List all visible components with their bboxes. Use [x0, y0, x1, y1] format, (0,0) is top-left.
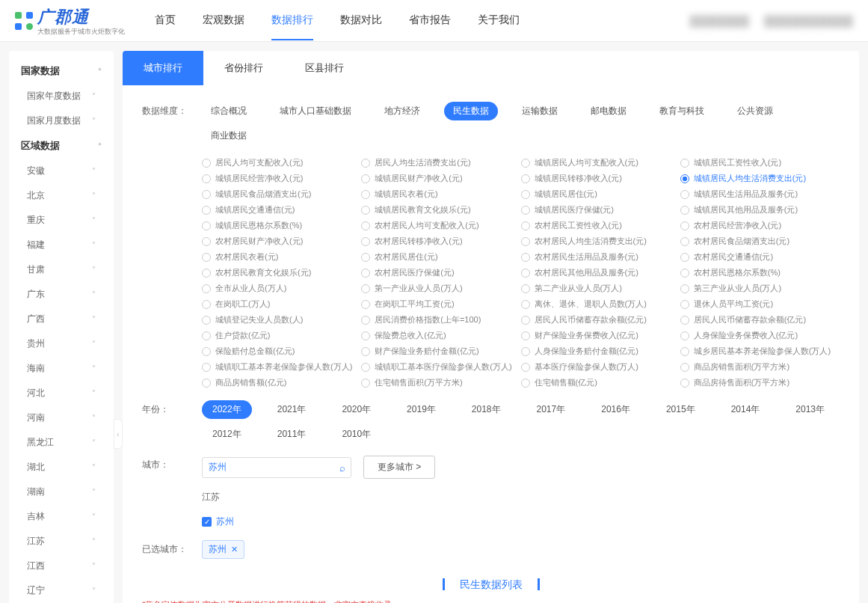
metric-radio[interactable]: 城镇居民转移净收入(元): [521, 173, 680, 184]
year-pill[interactable]: 2011年: [267, 425, 317, 444]
metric-radio[interactable]: 城镇登记失业人员数(人): [202, 314, 361, 325]
sidebar-item[interactable]: 国家年度数据˅: [9, 84, 114, 108]
metric-radio[interactable]: 农村居民医疗保健(元): [361, 267, 520, 278]
sidebar-item[interactable]: 黑龙江˅: [9, 430, 114, 455]
year-pill[interactable]: 2022年: [202, 400, 252, 419]
metric-radio[interactable]: 城镇居民医疗保健(元): [521, 204, 680, 215]
dimension-tab[interactable]: 商业数据: [202, 126, 256, 145]
metric-radio[interactable]: 城镇职工基本养老保险参保人数(万人): [202, 361, 361, 373]
metric-radio[interactable]: 农村居民人均可支配收入(元): [361, 220, 520, 231]
sidebar-item[interactable]: 广西˅: [9, 307, 114, 331]
dimension-tab[interactable]: 公共资源: [728, 102, 782, 120]
metric-radio[interactable]: 城镇居民财产净收入(元): [361, 173, 520, 184]
nav-item[interactable]: 数据排行: [271, 1, 313, 40]
metric-radio[interactable]: 城镇居民其他用品及服务(元): [680, 204, 840, 215]
metric-radio[interactable]: 农村居民经营净收入(元): [680, 220, 840, 231]
metric-radio[interactable]: 城镇居民食品烟酒支出(元): [202, 189, 361, 200]
metric-radio[interactable]: 城镇居民生活用品及服务(元): [680, 189, 840, 200]
metric-radio[interactable]: 农村居民财产净收入(元): [202, 236, 361, 247]
metric-radio[interactable]: 农村居民居住(元): [361, 251, 520, 263]
nav-item[interactable]: 数据对比: [340, 1, 382, 40]
year-pill[interactable]: 2015年: [656, 400, 706, 419]
metric-radio[interactable]: 农村居民交通通信(元): [680, 251, 840, 263]
metric-radio[interactable]: 第一产业从业人员(万人): [361, 283, 520, 294]
metric-radio[interactable]: 城镇居民人均可支配收入(元): [521, 157, 680, 168]
metric-radio[interactable]: 财产保险业务赔付金额(亿元): [361, 346, 520, 357]
year-pill[interactable]: 2012年: [202, 425, 252, 444]
metric-radio[interactable]: 城镇居民交通通信(元): [202, 204, 361, 215]
year-pill[interactable]: 2010年: [331, 425, 381, 444]
sidebar-item[interactable]: 河南˅: [9, 405, 114, 430]
nav-item[interactable]: 首页: [155, 1, 176, 40]
year-pill[interactable]: 2018年: [461, 400, 511, 419]
metric-radio[interactable]: 财产保险业务保费收入(亿元): [521, 330, 680, 341]
year-pill[interactable]: 2013年: [785, 400, 835, 419]
sidebar-item[interactable]: 辽宁˅: [9, 578, 114, 603]
sidebar-item[interactable]: 吉林˅: [9, 504, 114, 529]
metric-radio[interactable]: 城镇居民工资性收入(元): [680, 157, 840, 168]
sidebar-section[interactable]: 区域数据˄: [9, 133, 114, 159]
more-cities-button[interactable]: 更多城市 >: [363, 456, 435, 479]
metric-radio[interactable]: 商品房销售额(亿元): [202, 377, 361, 388]
sidebar-item[interactable]: 国家月度数据˅: [9, 108, 114, 133]
metric-radio[interactable]: 在岗职工(万人): [202, 299, 361, 310]
metric-radio[interactable]: 保险费总收入(亿元): [361, 330, 520, 341]
sidebar-item[interactable]: 安徽˅: [9, 159, 114, 183]
sidebar-item[interactable]: 甘肃˅: [9, 257, 114, 282]
logo[interactable]: 广郡通 大数据服务于城市火炬数字化: [15, 6, 125, 35]
metric-radio[interactable]: 城镇居民衣着(元): [361, 189, 520, 200]
metric-radio[interactable]: 居民人均生活消费支出(元): [361, 157, 520, 168]
metric-radio[interactable]: 商品房待售面积(万平方米): [680, 377, 840, 388]
year-pill[interactable]: 2017年: [526, 400, 576, 419]
sidebar-item[interactable]: 江西˅: [9, 554, 114, 578]
search-icon[interactable]: ⌕: [339, 462, 345, 473]
dimension-tab[interactable]: 民生数据: [444, 102, 498, 120]
year-pill[interactable]: 2020年: [331, 400, 381, 419]
metric-radio[interactable]: 城乡居民基本养老保险参保人数(万人): [680, 346, 840, 357]
metric-radio[interactable]: 基本医疗保险参保人数(万人): [521, 361, 680, 373]
nav-item[interactable]: 省市报告: [409, 1, 451, 40]
rank-tab[interactable]: 区县排行: [284, 51, 365, 85]
dimension-tab[interactable]: 综合概况: [202, 102, 256, 120]
metric-radio[interactable]: 在岗职工平均工资(元): [361, 299, 520, 310]
year-pill[interactable]: 2021年: [267, 400, 317, 419]
sidebar-item[interactable]: 江苏˅: [9, 529, 114, 554]
year-pill[interactable]: 2019年: [396, 400, 446, 419]
metric-radio[interactable]: 商品房销售面积(万平方米): [680, 361, 840, 373]
sidebar-section[interactable]: 国家数据˄: [9, 58, 114, 84]
year-pill[interactable]: 2014年: [721, 400, 771, 419]
sidebar-collapse-handle[interactable]: ‹: [114, 419, 123, 449]
dimension-tab[interactable]: 城市人口基础数据: [271, 102, 360, 120]
metric-radio[interactable]: 城镇职工基本医疗保险参保人数(万人): [361, 361, 520, 373]
metric-radio[interactable]: 农村居民工资性收入(元): [521, 220, 680, 231]
metric-radio[interactable]: 住宅销售面积(万平方米): [361, 377, 520, 388]
metric-radio[interactable]: 城镇居民教育文化娱乐(元): [361, 204, 520, 215]
metric-radio[interactable]: 城镇居民恩格尔系数(%): [202, 220, 361, 231]
metric-radio[interactable]: 人身保险业务赔付金额(亿元): [521, 346, 680, 357]
dimension-tab[interactable]: 邮电数据: [582, 102, 635, 120]
metric-radio[interactable]: 农村居民恩格尔系数(%): [680, 267, 840, 278]
metric-radio[interactable]: 居民人均可支配收入(元): [202, 157, 361, 168]
metric-radio[interactable]: 农村居民衣着(元): [202, 251, 361, 263]
sidebar-item[interactable]: 北京˅: [9, 183, 114, 208]
sidebar-item[interactable]: 湖南˅: [9, 480, 114, 504]
metric-radio[interactable]: 农村居民人均生活消费支出(元): [521, 236, 680, 247]
metric-radio[interactable]: 保险赔付总金额(亿元): [202, 346, 361, 357]
metric-radio[interactable]: 农村居民其他用品及服务(元): [521, 267, 680, 278]
nav-item[interactable]: 关于我们: [478, 1, 520, 40]
metric-radio[interactable]: 住宅销售额(亿元): [521, 377, 680, 388]
metric-radio[interactable]: 农村居民转移净收入(元): [361, 236, 520, 247]
sidebar-item[interactable]: 重庆˅: [9, 208, 114, 233]
dimension-tab[interactable]: 地方经济: [375, 102, 429, 120]
metric-radio[interactable]: 人身保险业务保费收入(亿元): [680, 330, 840, 341]
metric-radio[interactable]: 城镇居民人均生活消费支出(元): [680, 173, 840, 184]
metric-radio[interactable]: 第二产业从业人员(万人): [521, 283, 680, 294]
nav-item[interactable]: 宏观数据: [203, 1, 244, 40]
sidebar-item[interactable]: 广东˅: [9, 282, 114, 307]
sidebar-item[interactable]: 福建˅: [9, 233, 114, 257]
dimension-tab[interactable]: 运输数据: [513, 102, 567, 120]
metric-radio[interactable]: 退休人员平均工资(元): [680, 299, 840, 310]
metric-radio[interactable]: 全市从业人员(万人): [202, 283, 361, 294]
metric-radio[interactable]: 农村居民生活用品及服务(元): [521, 251, 680, 263]
sidebar-item[interactable]: 贵州˅: [9, 331, 114, 356]
